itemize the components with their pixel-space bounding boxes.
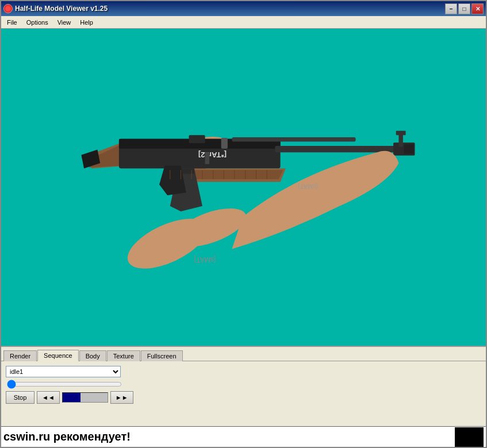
svg-rect-20: [221, 138, 228, 149]
tab-texture[interactable]: Texture: [107, 350, 140, 361]
svg-rect-17: [396, 131, 406, 135]
app-window: Half-Life Model Viewer v1.25 – □ ✕ File …: [0, 0, 487, 448]
prev-button[interactable]: ◄◄: [37, 391, 60, 404]
title-bar-buttons: – □ ✕: [445, 3, 484, 14]
svg-text:[sMAT]: [sMAT]: [298, 183, 318, 190]
menu-view[interactable]: View: [53, 18, 76, 27]
svg-text:[sMAT]: [sMAT]: [194, 256, 216, 264]
tab-body[interactable]: Body: [79, 350, 106, 361]
menu-bar: File Options View Help: [1, 16, 486, 29]
animation-slider[interactable]: [7, 380, 122, 389]
banner-black-box: [455, 427, 484, 447]
title-bar: Half-Life Model Viewer v1.25 – □ ✕: [1, 1, 486, 16]
menu-help[interactable]: Help: [75, 18, 98, 27]
sequence-row: idle1 idle2 draw shoot1 shoot2 reload ru…: [6, 366, 481, 377]
maximize-button[interactable]: □: [458, 3, 470, 14]
title-bar-left: Half-Life Model Viewer v1.25: [3, 4, 108, 13]
progress-bar-container: [62, 392, 108, 403]
sequence-dropdown[interactable]: idle1 idle2 draw shoot1 shoot2 reload ru…: [6, 366, 121, 377]
svg-rect-15: [232, 137, 355, 141]
progress-bar-fill: [63, 393, 80, 402]
menu-file[interactable]: File: [2, 18, 22, 27]
tab-fullscreen[interactable]: Fullscreen: [141, 350, 183, 361]
slider-row: [6, 380, 481, 389]
app-icon: [3, 4, 13, 13]
menu-options[interactable]: Options: [22, 18, 53, 27]
next-button[interactable]: ►►: [110, 391, 133, 404]
close-button[interactable]: ✕: [471, 3, 484, 14]
svg-text:[*TAm2]: [*TAm2]: [198, 150, 227, 159]
svg-rect-21: [205, 152, 209, 164]
model-scene: [sMAT]: [1, 29, 486, 346]
bottom-panel: Render Sequence Body Texture Fullscreen …: [1, 346, 486, 426]
svg-rect-14: [404, 144, 414, 154]
sequence-panel: idle1 idle2 draw shoot1 shoot2 reload ru…: [1, 361, 486, 426]
controls-row: Stop ◄◄ ►►: [6, 391, 481, 404]
3d-viewport[interactable]: [sMAT]: [1, 29, 486, 346]
bottom-banner: cswin.ru рекомендует!: [1, 426, 486, 447]
minimize-button[interactable]: –: [445, 3, 457, 14]
title-text: Half-Life Model Viewer v1.25: [15, 5, 108, 13]
tab-render[interactable]: Render: [3, 350, 37, 361]
svg-rect-12: [275, 146, 409, 152]
stop-button[interactable]: Stop: [6, 391, 34, 404]
left-arm: [sMAT]: [120, 200, 251, 279]
svg-rect-18: [189, 135, 205, 143]
banner-text: cswin.ru рекомендует!: [3, 430, 131, 443]
svg-rect-16: [398, 133, 402, 146]
tabs-bar: Render Sequence Body Texture Fullscreen: [1, 347, 486, 361]
tab-sequence[interactable]: Sequence: [37, 350, 79, 361]
